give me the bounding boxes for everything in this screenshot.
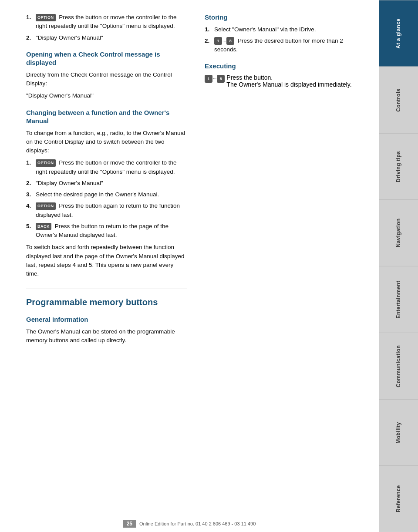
sidebar-item-reference[interactable]: Reference (379, 465, 418, 532)
changing-step-2: 2. "Display Owner's Manual" (26, 179, 187, 188)
programmable-heading: Programmable memory buttons (26, 297, 187, 307)
storing-steps: 1. Select "Owner's Manual" via the iDriv… (205, 25, 361, 54)
intro-step-1: 1. OPTION Press the button or move the c… (26, 13, 187, 31)
sidebar-item-entertainment[interactable]: Entertainment (379, 266, 418, 333)
sidebar-item-at-a-glance[interactable]: At a glance (379, 0, 418, 67)
sidebar-item-controls[interactable]: Controls (379, 67, 418, 133)
page-number: 25 (123, 520, 136, 528)
memory-buttons-icon: 1 ··· 8 (214, 37, 234, 45)
storing-heading: Storing (205, 13, 361, 22)
page-container: 1. OPTION Press the button or move the c… (0, 0, 418, 532)
programmable-section: Programmable memory buttons General info… (26, 289, 187, 345)
changing-heading: Changing between a function and the Owne… (26, 108, 187, 125)
changing-step-1: 1. OPTION Press the button or move the c… (26, 158, 187, 176)
storing-step-1: 1. Select "Owner's Manual" via the iDriv… (205, 25, 361, 34)
option-button-icon: OPTION (36, 14, 56, 21)
two-column-layout: 1. OPTION Press the button or move the c… (26, 13, 361, 519)
footer: 25 Online Edition for Part no. 01 40 2 6… (0, 520, 379, 528)
changing-step-4: 4. OPTION Press the button again to retu… (26, 202, 187, 219)
opening-heading: Opening when a Check Control message is … (26, 50, 187, 67)
sidebar-item-communication[interactable]: Communication (379, 333, 418, 399)
back-button-icon: BACK (36, 223, 51, 230)
changing-footer: To switch back and forth repeatedly betw… (26, 243, 187, 278)
sidebar-item-driving-tips[interactable]: Driving tips (379, 133, 418, 200)
executing-memory-icon: 1 ··· 8 (205, 75, 225, 83)
changing-steps: 1. OPTION Press the button or move the c… (26, 158, 187, 239)
option-button-icon-3: OPTION (36, 202, 56, 210)
changing-step-5: 5. BACK Press the button to return to th… (26, 222, 187, 240)
executing-body: Press the button. (226, 74, 273, 81)
intro-steps: 1. OPTION Press the button or move the c… (26, 13, 187, 42)
sidebar-item-mobility[interactable]: Mobility (379, 399, 418, 466)
intro-step-2: 2. "Display Owner's Manual" (26, 34, 187, 42)
opening-quote: "Display Owner's Manual" (26, 91, 187, 100)
option-button-icon-2: OPTION (36, 159, 56, 167)
section-divider (26, 289, 187, 289)
general-heading: General information (26, 315, 187, 324)
changing-step-3: 3. Select the desired page in the Owner'… (26, 190, 187, 199)
general-body: The Owner's Manual can be stored on the … (26, 327, 187, 345)
footer-text: Online Edition for Part no. 01 40 2 606 … (139, 521, 256, 526)
executing-steps: 1 ··· 8 Press the button. The Owner's Ma… (205, 74, 361, 88)
main-content: 1. OPTION Press the button or move the c… (0, 0, 379, 532)
sidebar-item-navigation[interactable]: Navigation (379, 199, 418, 266)
opening-body: Directly from the Check Control message … (26, 71, 187, 88)
right-column: Storing 1. Select "Owner's Manual" via t… (205, 13, 361, 519)
executing-body2: The Owner's Manual is displayed immediat… (226, 81, 351, 88)
sidebar: At a glance Controls Driving tips Naviga… (379, 0, 418, 532)
changing-body: To change from a function, e.g., radio, … (26, 129, 187, 155)
storing-step-2: 2. 1 ··· 8 Press the desired button for … (205, 37, 361, 54)
left-column: 1. OPTION Press the button or move the c… (26, 13, 187, 519)
executing-heading: Executing (205, 62, 361, 71)
